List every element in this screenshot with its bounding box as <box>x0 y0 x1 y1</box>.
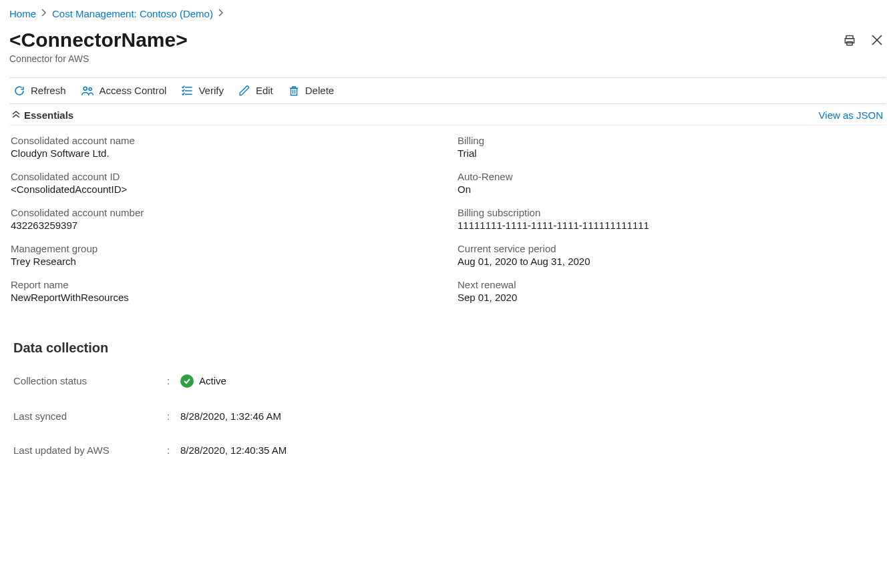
edit-button[interactable]: Edit <box>238 85 273 97</box>
verify-label: Verify <box>198 85 224 96</box>
chevron-collapse-icon <box>12 111 20 119</box>
pencil-icon <box>238 85 250 97</box>
kv-value: NewReportWithResources <box>11 292 437 303</box>
essentials-right-col: Billing Trial Auto-Renew On Billing subs… <box>458 135 884 303</box>
essentials-label: Essentials <box>24 109 73 121</box>
people-icon <box>81 85 94 97</box>
kv-value: 432263259397 <box>11 220 437 231</box>
access-control-button[interactable]: Access Control <box>81 85 167 97</box>
kv-value: Trial <box>458 148 884 159</box>
kv-value: Aug 01, 2020 to Aug 31, 2020 <box>458 256 884 267</box>
kv-value: 11111111-1111-1111-1111-111111111111 <box>458 220 884 231</box>
essentials-grid: Consolidated account name Cloudyn Softwa… <box>9 125 886 303</box>
close-icon[interactable] <box>871 34 883 47</box>
checklist-icon <box>181 85 193 97</box>
print-icon[interactable] <box>843 34 856 47</box>
last-updated-value: 8/28/2020, 12:40:35 AM <box>180 445 287 456</box>
breadcrumb: Home Cost Management: Contoso (Demo) <box>9 8 886 19</box>
refresh-button[interactable]: Refresh <box>13 85 66 97</box>
data-collection-title: Data collection <box>13 340 886 356</box>
refresh-icon <box>13 85 25 97</box>
breadcrumb-home[interactable]: Home <box>9 8 36 19</box>
trash-icon <box>288 85 300 97</box>
kv-value: <ConsolidatedAccountID> <box>11 184 437 195</box>
last-synced-label: Last synced <box>13 410 167 422</box>
collection-status-label: Collection status <box>13 375 167 386</box>
collection-status-row: Collection status : Active <box>13 374 886 388</box>
svg-rect-10 <box>291 88 297 95</box>
status-success-icon <box>180 374 194 388</box>
breadcrumb-costmgmt[interactable]: Cost Management: Contoso (Demo) <box>52 8 213 19</box>
kv-label: Next renewal <box>458 279 884 290</box>
kv-label: Consolidated account ID <box>11 171 437 182</box>
kv-label: Consolidated account name <box>11 135 437 146</box>
last-synced-row: Last synced : 8/28/2020, 1:32:46 AM <box>13 410 886 422</box>
refresh-label: Refresh <box>31 85 66 96</box>
kv-label: Auto-Renew <box>458 171 884 182</box>
svg-point-6 <box>89 87 92 90</box>
essentials-left-col: Consolidated account name Cloudyn Softwa… <box>11 135 437 303</box>
chevron-right-icon <box>218 9 224 19</box>
delete-label: Delete <box>305 85 334 96</box>
kv-label: Billing subscription <box>458 207 884 218</box>
kv-label: Consolidated account number <box>11 207 437 218</box>
view-as-json-link[interactable]: View as JSON <box>819 109 883 121</box>
essentials-toggle[interactable]: Essentials <box>12 109 73 121</box>
svg-rect-2 <box>847 42 852 45</box>
last-updated-label: Last updated by AWS <box>13 445 167 456</box>
auto-renew-link[interactable]: On <box>458 184 884 195</box>
access-control-label: Access Control <box>100 85 167 96</box>
consolidated-account-name-link[interactable]: Cloudyn Software Ltd. <box>11 148 437 159</box>
page-subtitle: Connector for AWS <box>9 53 188 64</box>
kv-label: Current service period <box>458 243 884 254</box>
kv-value: Trey Research <box>11 256 437 267</box>
kv-label: Report name <box>11 279 437 290</box>
kv-label: Management group <box>11 243 437 254</box>
chevron-right-icon <box>41 9 47 19</box>
kv-value: Sep 01, 2020 <box>458 292 884 303</box>
verify-button[interactable]: Verify <box>181 85 224 97</box>
svg-point-5 <box>83 87 87 90</box>
edit-label: Edit <box>256 85 273 96</box>
last-updated-row: Last updated by AWS : 8/28/2020, 12:40:3… <box>13 445 886 456</box>
kv-label: Billing <box>458 135 884 146</box>
collection-status-value: Active <box>199 375 226 386</box>
command-bar: Refresh Access Control Verify Edit <box>9 77 886 104</box>
delete-button[interactable]: Delete <box>288 85 334 97</box>
page-title: <ConnectorName> <box>9 29 188 52</box>
last-synced-value: 8/28/2020, 1:32:46 AM <box>180 410 281 422</box>
